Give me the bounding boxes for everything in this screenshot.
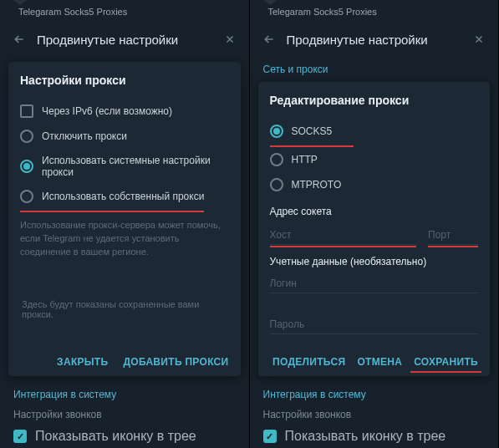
socket-address-row — [270, 226, 479, 247]
tab-title: Telegaram Socks5 Proxies — [268, 7, 377, 17]
window-tab: Telegaram Socks5 Proxies — [250, 0, 499, 23]
proxy-type-socks5[interactable]: SOCKS5 — [270, 119, 479, 144]
checkbox-icon — [20, 104, 33, 118]
panel-edit-proxy: Telegaram Socks5 Proxies Продвинутые нас… — [250, 0, 500, 448]
bg-calls-settings[interactable]: Настройки звонков — [250, 405, 499, 425]
panel-proxy-settings: Telegaram Socks5 Proxies Продвинутые нас… — [0, 0, 250, 448]
port-input[interactable] — [428, 226, 478, 245]
option-label: SOCKS5 — [292, 125, 333, 137]
add-proxy-button[interactable]: ДОБАВИТЬ ПРОКСИ — [123, 356, 228, 368]
save-button[interactable]: СОХРАНИТЬ — [414, 356, 478, 368]
close-icon[interactable] — [471, 32, 486, 47]
annotation-underline — [428, 246, 478, 247]
checkbox-checked-icon: ✓ — [263, 430, 277, 443]
back-icon[interactable] — [262, 32, 277, 47]
bg-tray-label: Показывать иконку в трее — [35, 429, 196, 444]
radio-icon — [270, 153, 283, 166]
proxy-type-mtproto[interactable]: MTPROTO — [270, 172, 479, 197]
proxy-settings-dialog: Настройки прокси Через IPv6 (если возмож… — [8, 62, 241, 376]
bg-tray-label: Показывать иконку в трее — [285, 429, 446, 444]
dialog-actions: ПОДЕЛИТЬСЯ ОТМЕНА СОХРАНИТЬ — [270, 349, 479, 368]
bg-tray-option[interactable]: ✓ Показывать иконку в трее — [250, 425, 499, 448]
password-input[interactable] — [270, 315, 479, 334]
radio-icon — [270, 125, 283, 138]
credentials-title: Учетные данные (необязательно) — [270, 256, 479, 267]
save-button-label: СОХРАНИТЬ — [414, 356, 478, 368]
back-icon[interactable] — [12, 32, 27, 47]
bg-integration[interactable]: Интеграция в систему — [0, 384, 249, 405]
radio-icon — [20, 190, 33, 203]
close-icon[interactable] — [222, 32, 237, 47]
checkbox-checked-icon: ✓ — [13, 430, 27, 443]
cancel-button[interactable]: ОТМЕНА — [357, 356, 402, 368]
option-ipv6[interactable]: Через IPv6 (если возможно) — [20, 99, 229, 124]
host-input[interactable] — [270, 226, 417, 245]
page-title: Продвинутые настройки — [287, 33, 462, 47]
empty-proxies-message: Здесь будут показаны сохраненные вами пр… — [20, 274, 229, 344]
bg-calls-settings[interactable]: Настройки звонков — [0, 405, 249, 425]
dialog-title: Настройки прокси — [20, 74, 229, 87]
window-tab: Telegaram Socks5 Proxies — [0, 0, 249, 23]
option-label: Через IPv6 (если возможно) — [42, 105, 172, 117]
option-system-proxy[interactable]: Использовать системные настройки прокси — [20, 149, 229, 184]
proxy-type-http[interactable]: HTTP — [270, 147, 479, 172]
section-network: Сеть и прокси — [250, 59, 499, 79]
page-header: Продвинутые настройки — [250, 23, 499, 59]
login-input[interactable] — [270, 274, 479, 293]
option-label: Использовать собственный прокси — [42, 191, 204, 202]
page-title: Продвинутые настройки — [37, 33, 212, 47]
edit-proxy-dialog: Редактирование прокси SOCKS5 HTTP MTPROT… — [258, 82, 491, 376]
option-disable-proxy[interactable]: Отключить прокси — [20, 124, 229, 149]
page-header: Продвинутые настройки — [0, 23, 249, 59]
close-button[interactable]: ЗАКРЫТЬ — [57, 356, 108, 368]
annotation-underline — [20, 211, 204, 212]
dialog-title: Редактирование прокси — [270, 94, 479, 107]
annotation-underline — [270, 246, 417, 247]
hint-text: Использование прокси-сервера может помоч… — [20, 219, 229, 259]
annotation-underline — [410, 371, 481, 373]
host-field-wrap — [270, 226, 417, 247]
dialog-actions: ЗАКРЫТЬ ДОБАВИТЬ ПРОКСИ — [20, 349, 229, 368]
login-field-wrap — [270, 274, 479, 308]
share-button[interactable]: ПОДЕЛИТЬСЯ — [272, 356, 345, 368]
bg-tray-option[interactable]: ✓ Показывать иконку в трее — [0, 425, 249, 448]
option-label: Использовать системные настройки прокси — [42, 155, 229, 178]
radio-icon — [270, 178, 283, 191]
option-custom-proxy[interactable]: Использовать собственный прокси — [20, 184, 229, 209]
bg-integration[interactable]: Интеграция в систему — [250, 384, 499, 405]
radio-icon — [20, 160, 33, 173]
tab-title: Telegaram Socks5 Proxies — [18, 7, 127, 17]
password-field-wrap — [270, 315, 479, 349]
option-label: HTTP — [292, 154, 318, 165]
radio-icon — [20, 130, 33, 143]
option-label: Отключить прокси — [42, 130, 127, 142]
socket-address-title: Адрес сокета — [270, 206, 479, 217]
option-label: MTPROTO — [292, 179, 342, 191]
port-field-wrap — [428, 226, 478, 247]
